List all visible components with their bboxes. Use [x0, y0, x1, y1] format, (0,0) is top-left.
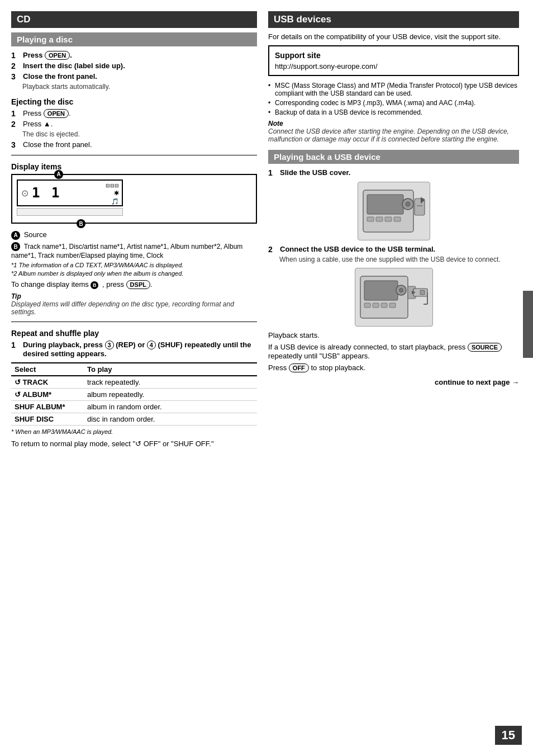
label-b-ref: B [91, 281, 98, 289]
display-diagram: A ⊙ 1 1 ⊟⊟⊟ ✱ 🎵 B [11, 174, 257, 224]
repeat-shuffle-title: Repeat and shuffle play [11, 329, 257, 338]
svg-rect-2 [367, 217, 374, 221]
select-album: ↺ ALBUM* [11, 389, 84, 401]
footnote1: *1 The information of a CD TEXT, MP3/WMA… [11, 262, 257, 268]
playing-disc-title: Playing a disc [17, 35, 73, 44]
label-a-circle: A [11, 231, 20, 240]
usb-illustration-1 [358, 182, 430, 240]
select-shuf-album: SHUF ALBUM* [11, 401, 84, 413]
footnote2: *2 Album number is displayed only when t… [11, 270, 257, 277]
usb-devices-title: USB devices [274, 14, 331, 25]
usb-step-2-sub: When using a cable, use the one supplied… [279, 256, 519, 263]
right-col-inner: USB devices For details on the compatibi… [268, 11, 522, 386]
step-2-text: Insert the disc (label side up). [23, 62, 125, 70]
eject-step-1: 1 Press OPEN. [11, 109, 257, 118]
usb-device-svg-1 [360, 185, 427, 238]
stop-playback-text: Press OFF to stop playback. [268, 363, 519, 372]
table-row: SHUF ALBUM* album in random order. [11, 401, 257, 413]
usb-device-svg-2 [358, 271, 430, 324]
svg-rect-15 [381, 303, 387, 308]
svg-rect-12 [364, 281, 398, 300]
legend-a: A Source [11, 230, 257, 240]
step-1: 1 Press OPEN. [11, 51, 257, 60]
table-row: ↺ ALBUM* album repeatedly. [11, 389, 257, 401]
eject-step-1-text: Press OPEN. [23, 109, 71, 118]
bluetooth-icon: ✱ [114, 190, 119, 197]
note-text: Connect the USB device after starting th… [268, 127, 519, 143]
select-shuf-disc: SHUF DISC [11, 413, 84, 426]
usb-illustration-2-container [268, 268, 519, 327]
table-header-select: Select [11, 363, 84, 376]
ejecting-disc-title: Ejecting the disc [11, 97, 257, 106]
play-album: album repeatedly. [84, 389, 257, 401]
normal-play-text: To return to normal play mode, select "↺… [11, 440, 257, 448]
step-1-text: Press OPEN. [23, 51, 72, 60]
list-item: MSC (Mass Storage Class) and MTP (Media … [268, 82, 519, 97]
page-number: 15 [495, 726, 522, 745]
usb-step-2: 2 Connect the USB device to the USB term… [268, 245, 519, 254]
step-3-text: Close the front panel. [23, 72, 97, 81]
eject-step-3-text: Close the front panel. [23, 140, 92, 149]
bottom-bar [17, 208, 123, 216]
usb-devices-header: USB devices [268, 11, 519, 28]
tip-text: Displayed items will differ depending on… [11, 300, 257, 316]
select-track: ↺ TRACK [11, 376, 84, 389]
continue-next: continue to next page → [268, 378, 519, 386]
table-header-play: To play [84, 363, 257, 376]
repeat-step-1-text: During playback, press 3 (REP) or 4 (SHU… [23, 341, 257, 358]
usb-icon: ⊟⊟⊟ [106, 183, 119, 188]
playback-starts-text: Playback starts. [268, 331, 519, 339]
cd-label: CD [17, 14, 31, 25]
display-box: ⊙ 1 1 ⊟⊟⊟ ✱ 🎵 [17, 179, 123, 206]
support-site-box: Support site http://support.sony-europe.… [268, 45, 519, 76]
list-item: Backup of data in a USB device is recomm… [268, 108, 519, 116]
step-1-num: 1 [11, 51, 20, 60]
step-2: 2 Insert the disc (label side up). [11, 62, 257, 70]
svg-rect-21 [420, 290, 425, 295]
eject-step-2: 2 Press ▲. [11, 120, 257, 129]
eject-step-3: 3 Close the front panel. [11, 140, 257, 149]
usb-step-2-text: Connect the USB device to the USB termin… [280, 245, 435, 253]
label-b-circle: B [11, 242, 20, 251]
usb-illustration-2 [355, 268, 433, 327]
label-b-marker: B [77, 219, 85, 229]
usb-step-1-text: Slide the USB cover. [280, 168, 350, 177]
support-url: http://support.sony-europe.com/ [275, 62, 512, 70]
step-2-num: 2 [11, 62, 20, 70]
label-b-text: Track name*1, Disc/artist name*1, Artist… [11, 243, 242, 260]
table-row: ↺ TRACK track repeatedly. [11, 376, 257, 389]
svg-rect-3 [376, 217, 383, 221]
eject-step-2-sub: The disc is ejected. [22, 130, 257, 138]
playing-back-usb-header: Playing back a USB device [268, 150, 519, 164]
play-shuf-disc: disc in random order. [84, 413, 257, 426]
display-icons: ⊟⊟⊟ ✱ 🎵 [106, 183, 119, 205]
svg-rect-1 [367, 195, 403, 214]
usb-step-1: 1 Slide the USB cover. [268, 168, 519, 177]
display-items-title: Display items [11, 162, 257, 171]
svg-point-7 [406, 202, 410, 206]
usb-step-1-num: 1 [268, 168, 277, 177]
tip-label: Tip [11, 292, 257, 300]
support-site-title: Support site [275, 51, 512, 60]
step-3-num: 3 [11, 72, 20, 81]
usb-bullet-list: MSC (Mass Storage Class) and MTP (Media … [268, 82, 519, 116]
legend-b: B Track name*1, Disc/artist name*1, Arti… [11, 242, 257, 260]
divider-2 [11, 322, 257, 322]
divider-1 [11, 155, 257, 155]
already-connected-text: If a USB device is already connected, to… [268, 343, 519, 360]
svg-rect-14 [373, 303, 379, 308]
list-item: Corresponding codec is MP3 (.mp3), WMA (… [268, 99, 519, 107]
phone-icon: 🎵 [111, 198, 119, 205]
play-shuf-album: album in random order. [84, 401, 257, 413]
repeat-step-1-num: 1 [11, 341, 20, 349]
usb-intro-text: For details on the compatibility of your… [268, 32, 519, 41]
table-footnote: * When an MP3/WMA/AAC is played. [11, 428, 257, 435]
note-label: Note [268, 120, 519, 127]
right-sidebar-bar [523, 291, 533, 358]
usb-step-2-num: 2 [268, 245, 277, 254]
cd-section-header: CD [11, 11, 257, 28]
left-column: CD Playing a disc 1 Press OPEN. 2 Insert… [11, 11, 257, 745]
table-row: SHUF DISC disc in random order. [11, 413, 257, 426]
eject-step-2-text: Press ▲. [23, 120, 53, 128]
playing-disc-subheader: Playing a disc [11, 32, 257, 46]
